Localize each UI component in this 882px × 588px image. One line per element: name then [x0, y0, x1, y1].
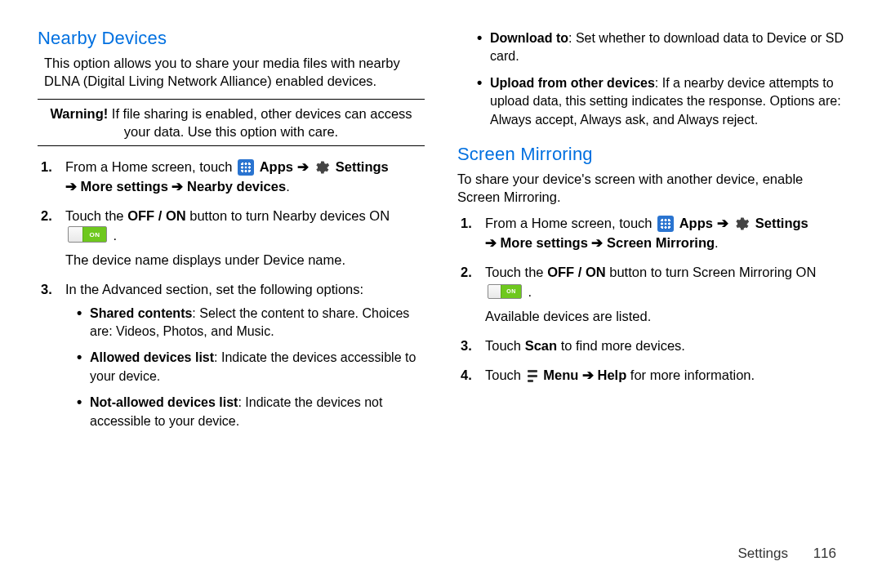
step2-period: . [114, 228, 118, 243]
right-column: Download to: Set whether to download dat… [457, 24, 844, 440]
mirroring-steps: From a Home screen, touch Apps ➔ Setting… [457, 214, 844, 385]
page-footer: Settings 116 [737, 546, 836, 562]
section-title-mirroring: Screen Mirroring [457, 144, 844, 165]
bullet-allowed-devices: Allowed devices list: Indicate the devic… [77, 349, 425, 385]
step1-settings: Settings [336, 159, 389, 174]
step1-more: More settings [81, 179, 168, 194]
arrow-icon: ➔ [591, 235, 607, 250]
step1-apps: Apps [260, 159, 297, 174]
step2-a: Touch the [65, 208, 127, 223]
nearby-step-1: From a Home screen, touch Apps ➔ Setting… [41, 158, 425, 197]
m2-a: Touch the [485, 265, 547, 279]
on-label: ON [501, 285, 521, 298]
bullet-label: Download to [490, 31, 568, 45]
bullet-label: Shared contents [90, 306, 192, 320]
bullet-shared-contents: Shared contents: Select the content to s… [77, 305, 425, 341]
m2-sub: Available devices are listed. [485, 307, 844, 327]
bullet-not-allowed-devices: Not-allowed devices list: Indicate the d… [77, 394, 425, 430]
m4-menu: Menu [543, 368, 582, 382]
step2-sub: The device name displays under Device na… [65, 251, 425, 270]
nearby-intro: This option allows you to share your med… [44, 54, 425, 91]
nearby-step-2: Touch the OFF / ON button to turn Nearby… [41, 207, 425, 270]
m1-settings: Settings [755, 216, 808, 230]
arrow-icon: ➔ [717, 216, 733, 230]
warning-box: Warning! If file sharing is enabled, oth… [38, 99, 425, 147]
menu-icon [527, 368, 538, 383]
on-toggle-icon: ON [488, 284, 522, 299]
warning-label: Warning! [50, 106, 108, 121]
gear-icon [314, 159, 330, 176]
arrow-icon: ➔ [65, 179, 81, 194]
arrow-icon: ➔ [297, 159, 313, 174]
step1-prefix: From a Home screen, touch [65, 159, 236, 174]
apps-icon [657, 216, 674, 232]
m1-period: . [715, 235, 719, 250]
m4-b: for more information. [630, 368, 755, 382]
step2-offon: OFF / ON [127, 208, 186, 223]
gear-icon [733, 216, 750, 232]
m3-b: to find more devices. [561, 338, 685, 353]
advanced-options-list: Shared contents: Select the content to s… [65, 305, 425, 430]
step1-period: . [286, 179, 290, 194]
step1-nearby: Nearby devices [187, 179, 286, 194]
section-title-nearby: Nearby Devices [38, 28, 425, 49]
bullet-download-to: Download to: Set whether to download dat… [477, 29, 844, 66]
m2-b: button to turn Screen Mirroring ON [609, 265, 816, 279]
advanced-options-continued: Download to: Set whether to download dat… [457, 29, 844, 129]
arrow-icon: ➔ [582, 368, 598, 382]
mirror-step-3: Touch Scan to find more devices. [461, 336, 844, 356]
m1-prefix: From a Home screen, touch [485, 216, 656, 230]
bullet-label: Allowed devices list [90, 350, 214, 364]
on-toggle-icon: ON [68, 226, 107, 243]
left-column: Nearby Devices This option allows you to… [38, 24, 425, 440]
apps-icon [238, 159, 254, 176]
m4-help: Help [597, 368, 626, 382]
m1-apps: Apps [679, 216, 717, 230]
mirroring-intro: To share your device's screen with anoth… [457, 170, 844, 207]
m2-offon: OFF / ON [547, 265, 606, 279]
m3-a: Touch [485, 338, 525, 353]
step2-b: button to turn Nearby devices ON [189, 208, 390, 223]
footer-section: Settings [737, 546, 787, 561]
footer-page-number: 116 [813, 546, 836, 561]
m1-mirroring: Screen Mirroring [607, 235, 715, 250]
m1-more: More settings [501, 235, 588, 250]
mirror-step-2: Touch the OFF / ON button to turn Screen… [461, 263, 844, 327]
mirror-step-4: Touch Menu ➔ Help for more information. [461, 366, 844, 385]
bullet-label: Not-allowed devices list [90, 395, 238, 409]
step3-lead: In the Advanced section, set the followi… [65, 282, 363, 296]
arrow-icon: ➔ [485, 235, 501, 250]
mirror-step-1: From a Home screen, touch Apps ➔ Setting… [461, 214, 844, 253]
nearby-step-3: In the Advanced section, set the followi… [41, 280, 425, 430]
warning-text: If file sharing is enabled, other device… [108, 106, 412, 139]
bullet-upload-from: Upload from other devices: If a nearby d… [477, 74, 844, 129]
bullet-label: Upload from other devices [490, 76, 655, 90]
manual-page: Nearby Devices This option allows you to… [0, 0, 882, 588]
m3-scan: Scan [525, 338, 557, 353]
m2-period: . [528, 284, 532, 299]
on-label: ON [82, 227, 106, 242]
nearby-steps: From a Home screen, touch Apps ➔ Setting… [38, 158, 425, 430]
m4-a: Touch [485, 368, 525, 382]
arrow-icon: ➔ [172, 179, 187, 194]
two-column-layout: Nearby Devices This option allows you to… [38, 24, 844, 440]
